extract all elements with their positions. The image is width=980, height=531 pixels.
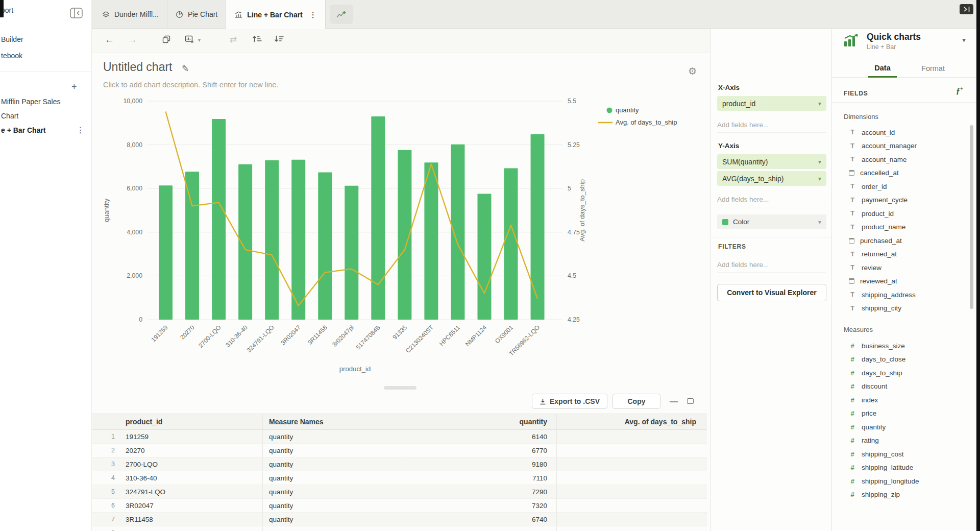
dimension-field[interactable]: account_id [832, 126, 970, 139]
collapse-table-icon[interactable]: — [670, 397, 677, 406]
table-row[interactable]: 4 310-36-40 quantity 7110 [92, 471, 707, 485]
y-axis-field-pill-sum-quantity[interactable]: SUM(quantity) ▾ [717, 154, 826, 169]
measure-field[interactable]: price [832, 407, 970, 421]
duplicate-chart-button[interactable] [162, 35, 170, 43]
x-axis-tick: 3r02047pl [331, 324, 355, 348]
chart-settings-icon[interactable]: ⚙ [688, 65, 697, 77]
measure-field[interactable]: shipping_cost [832, 447, 970, 461]
measure-field[interactable]: quantity [832, 420, 970, 434]
convert-to-visual-explorer-button[interactable]: Convert to Visual Explorer [717, 284, 826, 301]
collapse-right-panel-button[interactable] [960, 4, 973, 14]
dimension-field[interactable]: payment_cycle [832, 194, 970, 207]
measure-field[interactable]: shipping_latitude [832, 461, 970, 475]
dimension-field[interactable]: shipping_address [832, 288, 970, 302]
dimension-field[interactable]: product_name [832, 221, 970, 234]
field-name: shipping_city [862, 304, 901, 312]
chart-title[interactable]: Untitled chart [103, 60, 173, 74]
field-type-icon [849, 464, 856, 471]
dimension-field[interactable]: product_id [832, 207, 970, 221]
sidebar-item-menu-icon[interactable]: ⋮ [77, 126, 84, 135]
field-type-icon [849, 278, 854, 284]
col-measure-names[interactable]: Measure Names [262, 414, 405, 429]
add-report-item-button[interactable]: + [71, 82, 77, 92]
export-csv-button[interactable]: Export to .CSV [532, 394, 607, 409]
copy-button[interactable]: Copy [612, 394, 660, 409]
undo-button[interactable]: ← [105, 34, 114, 46]
sidebar-item-paper-sales[interactable]: Mifflin Paper Sales [1, 98, 60, 106]
table-row[interactable]: 1 191259 quantity 6140 [92, 430, 707, 444]
field-type-icon [849, 491, 856, 498]
table-row[interactable]: 8 3r02047pl quantity 6130 [92, 526, 707, 531]
add-formula-icon[interactable]: ƒ+ [956, 86, 963, 95]
tab-line-bar-chart[interactable]: Line + Bar Chart ⋮ [226, 0, 326, 29]
measure-field[interactable]: index [832, 393, 970, 407]
cell-quantity: 7290 [405, 485, 556, 498]
sidebar-item-notebook[interactable]: tebook [1, 52, 22, 60]
chart-type-chevron-icon[interactable]: ▾ [962, 36, 966, 44]
filters-label: FILTERS [718, 243, 746, 250]
new-chart-tab-button[interactable] [330, 5, 353, 24]
delete-chart-button[interactable] [185, 35, 194, 43]
dimension-field[interactable]: returned_at [832, 248, 970, 261]
tab-format[interactable]: Format [917, 59, 949, 78]
sidebar-item-builder[interactable]: Builder [1, 35, 23, 43]
chart-canvas[interactable]: 02,0004,0006,0008,00010,0004.254.54.7555… [100, 93, 708, 387]
download-icon [540, 398, 546, 405]
sidebar-item-chart[interactable]: Chart [1, 112, 18, 120]
cell-avg-days-to-ship [556, 513, 706, 526]
dimension-field[interactable]: order_id [832, 180, 970, 194]
resize-drag-handle[interactable] [384, 386, 416, 390]
collapse-sidebar-button[interactable] [70, 8, 83, 18]
expand-table-icon[interactable] [687, 398, 694, 404]
table-row[interactable]: 2 20270 quantity 6770 [92, 444, 707, 457]
table-row[interactable]: 7 3R11458 quantity 6740 [92, 513, 707, 526]
x-axis-tick: NMP1124 [464, 324, 488, 348]
table-row[interactable]: 6 3R02047 quantity 7320 [92, 499, 707, 513]
color-selector[interactable]: Color ▾ [717, 214, 826, 229]
tab-menu-icon[interactable]: ⋮ [309, 10, 317, 19]
sidebar-item-line-bar-chart[interactable]: e + Bar Chart [1, 126, 46, 134]
chart-options-chevron-icon[interactable]: ▾ [198, 37, 201, 43]
measure-field[interactable]: rating [832, 434, 970, 448]
x-axis-field-pill[interactable]: product_id ▾ [717, 96, 826, 111]
tab-data[interactable]: Data [868, 59, 897, 78]
x-axis-add-fields[interactable]: Add fields here... [717, 117, 826, 133]
table-row[interactable]: 5 324791-LQO quantity 7290 [92, 485, 707, 499]
y-axis-field-pill-avg-days[interactable]: AVG(days_to_ship) ▾ [717, 171, 826, 186]
panel-scrollbar[interactable] [970, 125, 973, 309]
tab-pie-chart[interactable]: Pie Chart [167, 0, 226, 29]
measure-field[interactable]: business_size [832, 339, 970, 353]
sort-descending-button[interactable] [274, 35, 284, 43]
y-axis-add-fields[interactable]: Add fields here... [717, 192, 826, 207]
col-avg-days-to-ship[interactable]: Avg. of days_to_ship [556, 414, 706, 429]
dimension-field[interactable]: purchased_at [832, 234, 970, 248]
field-type-icon [849, 142, 856, 150]
cell-avg-days-to-ship [556, 499, 706, 512]
x-axis-tick: C2130240ST [404, 324, 435, 354]
dimension-field[interactable]: shipping_city [832, 302, 970, 316]
filters-add-fields[interactable]: Add fields here... [717, 257, 826, 273]
col-product-id[interactable]: product_id [121, 418, 262, 426]
measure-field[interactable]: days_to_ship [832, 366, 970, 380]
tab-dunder-mifflin[interactable]: Dunder Miffl... [94, 0, 167, 29]
dimension-field[interactable]: account_name [832, 153, 970, 166]
results-table: product_id Measure Names quantity Avg. o… [92, 414, 707, 531]
measure-field[interactable]: discount [832, 380, 970, 394]
col-quantity[interactable]: quantity [405, 414, 556, 429]
measure-field[interactable]: shipping_longitude [832, 474, 970, 488]
field-type-icon [849, 129, 856, 136]
sort-ascending-button[interactable] [252, 35, 262, 43]
row-number: 5 [92, 488, 121, 495]
chart-description-placeholder[interactable]: Click to add chart description. Shift-en… [103, 81, 278, 89]
edit-title-icon[interactable]: ✎ [182, 63, 189, 74]
measure-field[interactable]: shipping_zip [832, 488, 970, 502]
measure-field[interactable]: days_to_close [832, 353, 970, 367]
table-row[interactable]: 3 2700-LQO quantity 9180 [92, 457, 707, 471]
tab-label: Pie Chart [188, 10, 217, 18]
dimension-field[interactable]: cancelled_at [832, 166, 970, 180]
chart-type-subtitle: Line + Bar [867, 43, 896, 51]
dimension-field[interactable]: reviewed_at [832, 275, 970, 288]
dimension-field[interactable]: account_manager [832, 139, 970, 153]
dimension-field[interactable]: review [832, 261, 970, 275]
field-name: index [862, 396, 878, 404]
